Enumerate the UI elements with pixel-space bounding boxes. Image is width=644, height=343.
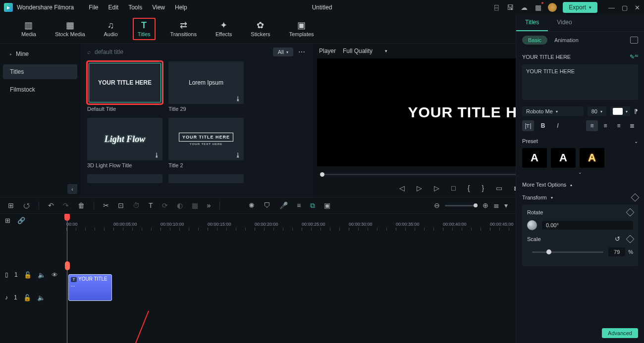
export-button[interactable]: Export▾ bbox=[563, 2, 597, 13]
text-tool-icon[interactable]: T bbox=[149, 201, 153, 209]
close-button[interactable]: ✕ bbox=[635, 4, 640, 11]
compare-icon[interactable] bbox=[630, 37, 638, 44]
prev-frame-button[interactable]: ◁ bbox=[399, 184, 405, 192]
filter-all-dropdown[interactable]: All▾ bbox=[273, 48, 293, 56]
tab-media[interactable]: ▥Media bbox=[17, 19, 40, 39]
cloud-icon[interactable]: ☁ bbox=[520, 3, 528, 11]
reset-icon[interactable]: ↺ bbox=[615, 235, 620, 243]
ai-edit-icon[interactable]: ✎ᴬᴵ bbox=[630, 53, 638, 60]
title-preset-placeholder[interactable] bbox=[87, 174, 162, 183]
tab-templates[interactable]: ▣Templates bbox=[285, 19, 318, 39]
mute-icon[interactable]: 🔈 bbox=[37, 294, 45, 301]
tab-audio[interactable]: ♫Audio bbox=[100, 19, 122, 39]
download-icon[interactable]: ⭳ bbox=[154, 152, 160, 158]
display-icon[interactable]: ▭ bbox=[496, 184, 502, 192]
subtab-basic[interactable]: Basic bbox=[522, 36, 547, 45]
effects-toggle-icon[interactable]: ✺ bbox=[249, 201, 255, 209]
redo-button[interactable]: ↷ bbox=[63, 201, 69, 209]
tab-titles[interactable]: TTitles bbox=[133, 18, 156, 40]
crop-icon[interactable]: ⊡ bbox=[118, 201, 124, 209]
zoom-in-button[interactable]: ⊕ bbox=[483, 201, 488, 209]
align-center-button[interactable]: ≡ bbox=[599, 120, 611, 131]
layout-icon[interactable]: ⊞ bbox=[8, 201, 14, 209]
chevron-down-icon[interactable]: ⌄ bbox=[634, 139, 638, 144]
mark-out-button[interactable]: } bbox=[482, 184, 484, 192]
inspector-tab-video[interactable]: Video bbox=[548, 15, 581, 31]
text-preset-1[interactable]: A bbox=[522, 148, 547, 168]
category-filmstock[interactable]: Filmstock bbox=[3, 82, 77, 97]
link-icon[interactable]: 🔗 bbox=[17, 217, 25, 224]
more-text-options[interactable]: More Text Options▴ bbox=[522, 182, 638, 188]
keyframe-icon[interactable] bbox=[626, 208, 635, 217]
select-tool-icon[interactable]: ⭯ bbox=[23, 201, 30, 209]
visibility-icon[interactable]: 👁 bbox=[52, 271, 58, 279]
rotate-knob[interactable] bbox=[527, 220, 537, 230]
adjust-icon[interactable]: ▦ bbox=[192, 201, 198, 209]
tab-effects[interactable]: ✦Effects bbox=[212, 19, 236, 39]
menu-tools[interactable]: Tools bbox=[128, 4, 142, 11]
timeline-ruler[interactable]: 00:0000:00:05:0000:00:10:0000:00:15:0000… bbox=[66, 214, 516, 227]
font-size-dropdown[interactable]: 80▾ bbox=[588, 106, 606, 116]
zoom-fit-icon[interactable]: ≣ bbox=[493, 201, 499, 209]
rotation-icon[interactable]: ⟳ bbox=[162, 201, 168, 209]
tab-stickers[interactable]: ✿Stickers bbox=[247, 19, 274, 39]
category-titles[interactable]: Titles bbox=[3, 64, 77, 79]
align-justify-button[interactable]: ≣ bbox=[626, 120, 638, 131]
bold-button[interactable]: B bbox=[537, 120, 549, 131]
mic-icon[interactable]: 🎤 bbox=[279, 201, 288, 209]
search-input[interactable]: ⌕ default title bbox=[87, 49, 268, 55]
mixer-icon[interactable]: ≡ bbox=[297, 201, 301, 209]
delete-button[interactable]: 🗑 bbox=[78, 201, 85, 209]
zoom-slider[interactable] bbox=[445, 205, 478, 206]
apps-icon[interactable]: ▦ bbox=[534, 3, 542, 11]
title-text-input[interactable] bbox=[522, 64, 638, 100]
shield-icon[interactable]: ⛉ bbox=[264, 201, 270, 209]
eyedropper-icon[interactable]: ⁋ bbox=[634, 108, 638, 115]
maximize-button[interactable]: ▢ bbox=[622, 4, 628, 11]
more-tools-icon[interactable]: » bbox=[207, 201, 211, 209]
menu-file[interactable]: File bbox=[89, 4, 98, 11]
speed-icon[interactable]: ⏱ bbox=[133, 201, 140, 209]
undo-button[interactable]: ↶ bbox=[48, 201, 54, 209]
timeline-grid-icon[interactable]: ⊞ bbox=[5, 217, 10, 224]
subtab-animation[interactable]: Animation bbox=[554, 37, 579, 43]
tab-stock-media[interactable]: ▦Stock Media bbox=[51, 19, 89, 39]
device-icon[interactable]: ⌸ bbox=[492, 3, 500, 11]
title-preset-2[interactable]: YOUR TITLE HEREYOUR TEXT HERE ⭳ bbox=[168, 118, 244, 160]
quality-dropdown[interactable]: Full Quality▾ bbox=[343, 48, 387, 54]
title-preset-29[interactable]: Lorem Ipsum⭳ bbox=[168, 61, 244, 104]
color-swatch[interactable]: ▾ bbox=[610, 106, 630, 116]
category-mine[interactable]: ▸Mine bbox=[3, 47, 77, 61]
title-preset-default[interactable]: YOUR TITLE HERE bbox=[87, 61, 162, 104]
inspector-tab-titles[interactable]: Titles bbox=[516, 15, 548, 31]
minimize-button[interactable]: — bbox=[608, 4, 615, 11]
align-left-button[interactable]: ≡ bbox=[586, 120, 598, 131]
download-icon[interactable]: ⭳ bbox=[235, 152, 241, 158]
marker-magnet-icon[interactable]: ⧉ bbox=[310, 201, 315, 210]
transform-section[interactable]: Transform▾ bbox=[522, 195, 638, 200]
timeline-tracks[interactable]: 00:0000:00:05:0000:00:10:0000:00:15:0000… bbox=[66, 214, 516, 343]
timeline-settings-icon[interactable]: ▾ bbox=[504, 201, 508, 209]
expand-presets-icon[interactable]: ⌄ bbox=[522, 170, 638, 175]
stop-button[interactable]: □ bbox=[451, 184, 455, 192]
more-options-icon[interactable]: ⋯ bbox=[298, 48, 306, 56]
tab-transitions[interactable]: ⇄Transitions bbox=[166, 19, 201, 39]
download-icon[interactable]: ⭳ bbox=[235, 96, 241, 101]
menu-view[interactable]: View bbox=[152, 4, 165, 11]
align-right-button[interactable]: ≡ bbox=[613, 120, 625, 131]
color-icon[interactable]: ◐ bbox=[177, 201, 183, 209]
letter-spacing-icon[interactable]: |ᴛ| bbox=[522, 120, 534, 131]
preset-label[interactable]: Preset bbox=[522, 138, 538, 144]
lock-icon[interactable]: 🔓 bbox=[24, 271, 32, 279]
zoom-out-button[interactable]: ⊖ bbox=[434, 201, 440, 209]
mark-in-button[interactable]: { bbox=[468, 184, 470, 192]
font-family-dropdown[interactable]: Roboto Me▾ bbox=[522, 106, 584, 116]
play-button[interactable]: ▷ bbox=[434, 184, 439, 192]
account-avatar-icon[interactable] bbox=[548, 3, 557, 12]
menu-help[interactable]: Help bbox=[175, 4, 187, 11]
text-preset-2[interactable]: A bbox=[551, 148, 576, 168]
frame-icon[interactable]: ▣ bbox=[324, 201, 330, 209]
audio-track-header[interactable]: ♪1 🔓 🔈 bbox=[5, 289, 61, 306]
scale-slider[interactable] bbox=[532, 251, 603, 253]
mute-icon[interactable]: 🔈 bbox=[38, 271, 46, 279]
